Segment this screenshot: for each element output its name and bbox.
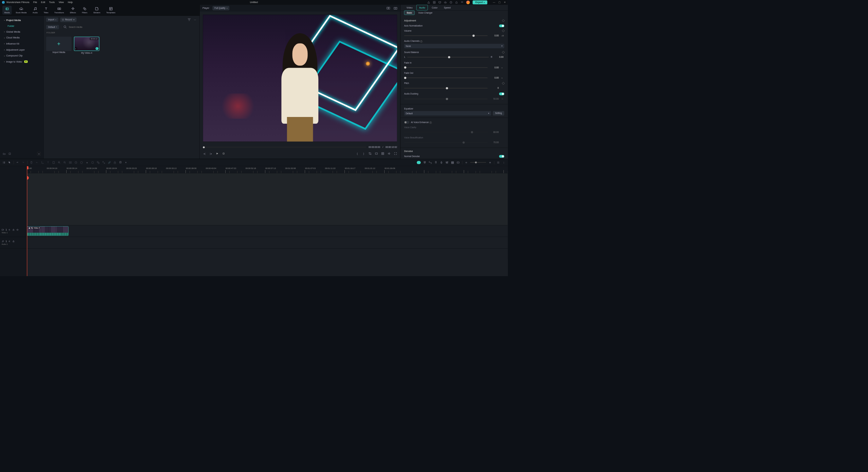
share-icon[interactable]: [427, 1, 430, 4]
volume-icon[interactable]: [388, 152, 391, 155]
prev-frame-button[interactable]: ◂|: [203, 152, 206, 155]
channels-select[interactable]: None▾: [404, 44, 504, 48]
speed-icon[interactable]: [74, 161, 77, 164]
grid-icon[interactable]: [381, 152, 384, 155]
crop-icon[interactable]: [369, 152, 372, 155]
tab-templates[interactable]: Templates: [104, 6, 117, 15]
track-audio-1[interactable]: [27, 237, 508, 249]
tab-transitions[interactable]: Transitions: [52, 6, 66, 15]
media-clip[interactable]: 00:00:10 ▸ ✓ My Video-4: [74, 37, 100, 54]
more-icon[interactable]: ⋯: [193, 18, 197, 22]
timeline-more-icon[interactable]: ⋮: [502, 161, 505, 164]
menu-view[interactable]: View: [59, 1, 64, 4]
lock-track-icon[interactable]: [12, 240, 15, 242]
balance-slider[interactable]: [407, 57, 489, 57]
fadeout-slider[interactable]: [404, 78, 488, 78]
filter-icon[interactable]: [187, 18, 191, 22]
lock-icon[interactable]: [113, 161, 116, 164]
sidebar-influence-kit[interactable]: ▸Influence Kit: [1, 41, 42, 47]
mark-out-button[interactable]: }: [362, 152, 365, 155]
track-audio-1-head[interactable]: 1 Audio 1: [0, 237, 26, 249]
magnet-icon[interactable]: [423, 161, 426, 164]
snapshot-icon[interactable]: [393, 6, 397, 10]
menu-file[interactable]: File: [33, 1, 37, 4]
ungroup-icon[interactable]: [102, 161, 105, 164]
mute-icon[interactable]: [8, 229, 11, 231]
quality-dropdown[interactable]: Full Quality▾: [212, 6, 229, 11]
safe-zone-icon[interactable]: [375, 152, 378, 155]
apps-icon[interactable]: [461, 1, 463, 4]
menu-edit[interactable]: Edit: [41, 1, 45, 4]
split-icon[interactable]: ✂: [35, 161, 38, 164]
cloud-upload-icon[interactable]: [444, 1, 447, 4]
undo-icon[interactable]: ↶: [16, 161, 19, 164]
pitch-keyframe[interactable]: [502, 82, 504, 85]
menu-tools[interactable]: Tools: [49, 1, 55, 4]
collapse-sidebar-button[interactable]: ◂: [37, 152, 41, 156]
volume-keyframe[interactable]: [502, 30, 504, 32]
history-icon[interactable]: [449, 1, 452, 4]
track-video-1-head[interactable]: 1 Video 1: [0, 225, 26, 237]
voice-enhancer-toggle[interactable]: [404, 121, 409, 124]
mark-in-button[interactable]: {: [356, 152, 359, 155]
user-avatar[interactable]: [466, 1, 470, 4]
equalizer-preset-select[interactable]: Default▾: [404, 111, 491, 115]
info-icon[interactable]: i: [420, 40, 422, 43]
track-video-1[interactable]: ▣My Video-4: [27, 225, 508, 237]
info-icon[interactable]: i: [429, 121, 431, 123]
equalizer-setting-button[interactable]: Setting: [493, 111, 504, 115]
timeline-ruler[interactable]: 00:0000:00:04:1900:00:09:1400:00:14:0900…: [27, 166, 508, 173]
sort-dropdown[interactable]: Default▾: [46, 25, 59, 29]
maximize-button[interactable]: ▢: [498, 1, 500, 4]
color-icon[interactable]: [80, 161, 83, 164]
zoom-in-icon[interactable]: [58, 161, 61, 164]
fit-icon[interactable]: [457, 161, 460, 164]
keyframe-button[interactable]: [502, 19, 504, 22]
tab-stickers[interactable]: Stickers: [91, 6, 103, 15]
layout-icon[interactable]: [433, 1, 436, 4]
subtab-basic[interactable]: Basic: [404, 11, 414, 15]
play-button[interactable]: [216, 152, 219, 155]
sidebar-folder[interactable]: Folder: [1, 23, 42, 29]
subtab-voice-changer[interactable]: Voice Changer: [416, 11, 435, 15]
fadein-slider[interactable]: [404, 67, 488, 68]
text-tool-icon[interactable]: T: [47, 161, 50, 164]
normal-denoise-toggle[interactable]: [499, 155, 504, 158]
tab-media[interactable]: Media: [2, 6, 12, 15]
sidebar-cloud-media[interactable]: ▸Cloud Media: [1, 35, 42, 41]
crop-tool-icon[interactable]: [41, 161, 44, 164]
mute-icon[interactable]: [8, 240, 11, 242]
tab-stock-media[interactable]: Stock Media: [14, 6, 29, 15]
hide-track-icon[interactable]: [16, 229, 19, 231]
tab-speed-props[interactable]: Speed: [441, 5, 453, 10]
playhead[interactable]: [27, 166, 27, 276]
timeline-menu-icon[interactable]: [2, 161, 5, 164]
sidebar-compound-clip[interactable]: ▸Compound Clip: [1, 53, 42, 59]
timeline-clip[interactable]: ▣My Video-4: [27, 226, 69, 236]
tab-audio[interactable]: Audio: [31, 6, 40, 15]
preview-viewport[interactable]: [203, 15, 397, 141]
group-icon[interactable]: [96, 161, 100, 164]
menu-help[interactable]: Help: [68, 1, 72, 4]
zoom-slider[interactable]: [470, 162, 486, 163]
auto-ripple-toggle[interactable]: [417, 161, 421, 164]
delete-icon[interactable]: [30, 161, 33, 164]
compare-icon[interactable]: [386, 6, 390, 10]
volume-slider[interactable]: [404, 35, 488, 36]
mixer-icon[interactable]: [445, 161, 448, 164]
tab-audio-props[interactable]: Audio: [417, 5, 428, 10]
tab-effects[interactable]: Effects: [68, 6, 78, 15]
export-button[interactable]: Export▾: [473, 0, 487, 4]
new-bin-icon[interactable]: [8, 152, 11, 155]
new-folder-icon[interactable]: [3, 152, 5, 155]
sidebar-image-to-video[interactable]: ▸Image to VideoAI: [1, 59, 42, 65]
mask-icon[interactable]: [91, 161, 94, 164]
tab-video-props[interactable]: Video: [404, 5, 415, 10]
link-icon[interactable]: 🔗: [108, 161, 111, 164]
tab-color-props[interactable]: Color: [429, 5, 440, 10]
close-button[interactable]: ✕: [504, 1, 506, 4]
sidebar-project-media[interactable]: ▸Project Media: [1, 17, 42, 23]
balance-keyframe[interactable]: [502, 51, 504, 54]
bell-icon[interactable]: [455, 1, 458, 4]
marker2-icon[interactable]: [434, 161, 437, 164]
